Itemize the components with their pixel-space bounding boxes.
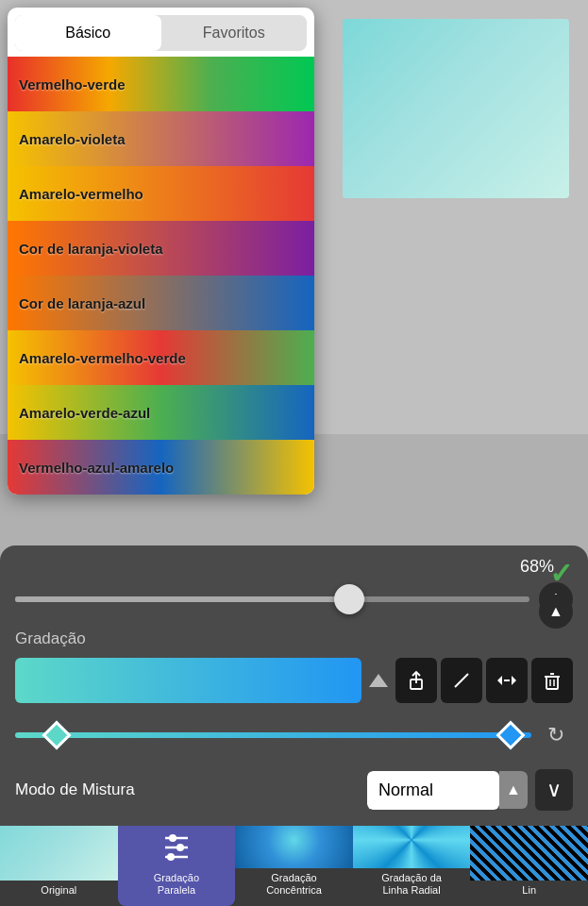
svg-point-9 (169, 834, 176, 842)
chevron-down-button[interactable]: ∨ (535, 769, 573, 811)
slider-fill (15, 596, 365, 602)
tab-lin[interactable]: Lin (470, 812, 588, 906)
gradient-preview[interactable] (15, 658, 361, 703)
color-label: Vermelho-verde (8, 76, 126, 92)
list-item[interactable]: Vermelho-azul-amarelo (8, 440, 314, 495)
list-item[interactable]: Amarelo-vermelho-verde (8, 330, 314, 385)
list-item[interactable]: Amarelo-violeta (8, 111, 314, 166)
color-label: Amarelo-verde-azul (8, 405, 150, 421)
delete-button[interactable] (531, 658, 573, 703)
svg-rect-3 (546, 677, 558, 689)
confirm-icon[interactable]: ✓ (549, 557, 573, 590)
color-label: Amarelo-violeta (8, 131, 126, 147)
gradient-label: Gradação (15, 629, 573, 648)
gradient-expand-arrow[interactable] (369, 674, 388, 687)
color-label: Cor de laranja-azul (8, 295, 145, 311)
color-label: Amarelo-vermelho (8, 186, 143, 202)
tab-label-concentrica: GradaçãoConcêntrica (266, 872, 322, 897)
tab-label-gradacao-paralela: GradaçãoParalela (154, 872, 199, 897)
tab-label-lin: Lin (522, 884, 536, 897)
tab-label-original: Original (41, 884, 76, 897)
blend-mode-value[interactable]: Normal (367, 771, 499, 810)
stop-diamond-left[interactable] (42, 720, 71, 749)
color-label: Cor de laranja-violeta (8, 241, 163, 257)
color-stop-slider[interactable]: ↻ (15, 714, 573, 756)
tab-label-radial: Gradação daLinha Radial (381, 872, 442, 897)
stop-track (15, 732, 531, 738)
list-item[interactable]: Amarelo-verde-azul (8, 385, 314, 440)
gradient-preview-row (15, 658, 573, 703)
color-list: Vermelho-verde Amarelo-violeta Amarelo-v… (8, 57, 314, 495)
blend-mode-label: Modo de Mistura (15, 780, 360, 799)
tab-gradacao-paralela[interactable]: GradaçãoParalela (118, 812, 236, 906)
canvas-image (343, 19, 569, 198)
sliders-icon (158, 827, 195, 864)
refresh-button[interactable]: ↻ (539, 718, 573, 752)
tab-icon-area (154, 823, 199, 868)
icon-toolbar (395, 658, 573, 703)
stop-diamond-right[interactable] (496, 720, 526, 749)
color-label: Amarelo-vermelho-verde (8, 350, 186, 366)
percent-row: 68% (15, 557, 573, 577)
list-item[interactable]: Amarelo-vermelho (8, 166, 314, 221)
tab-favoritos[interactable]: Favoritos (161, 15, 308, 51)
slider-row: + (15, 582, 573, 616)
list-item[interactable]: Cor de laranja-violeta (8, 221, 314, 276)
tab-original[interactable]: Original (0, 812, 118, 906)
edit-button[interactable] (441, 658, 482, 703)
flip-button[interactable] (486, 658, 528, 703)
bottom-tabs: Original GradaçãoParalela GradaçãoConcên… (0, 812, 588, 906)
list-item[interactable]: Cor de laranja-azul (8, 276, 314, 330)
svg-line-1 (455, 674, 468, 687)
up-button[interactable]: ▲ (539, 595, 573, 629)
svg-point-11 (176, 844, 184, 851)
list-item[interactable]: Vermelho-verde (8, 57, 314, 111)
slider-track (15, 596, 529, 602)
tab-gradacao-linha-radial[interactable]: Gradação daLinha Radial (353, 812, 471, 906)
bottom-panel: ✓ ▲ 68% + Gradação (0, 545, 588, 826)
tab-row: Básico Favoritos (15, 15, 307, 51)
color-label: Vermelho-azul-amarelo (8, 460, 174, 476)
blend-mode-arrow[interactable]: ▲ (499, 771, 528, 809)
slider-thumb[interactable] (334, 584, 364, 614)
blend-select-wrapper: Normal ▲ (367, 771, 528, 810)
tab-gradacao-concentrica[interactable]: GradaçãoConcêntrica (235, 812, 353, 906)
opacity-slider[interactable] (15, 584, 529, 614)
svg-point-13 (167, 853, 175, 861)
tab-basico[interactable]: Básico (15, 15, 161, 51)
blend-row: Modo de Mistura Normal ▲ ∨ (15, 769, 573, 811)
dropdown-panel: Básico Favoritos Vermelho-verde Amarelo-… (8, 8, 314, 495)
share-button[interactable] (395, 658, 437, 703)
